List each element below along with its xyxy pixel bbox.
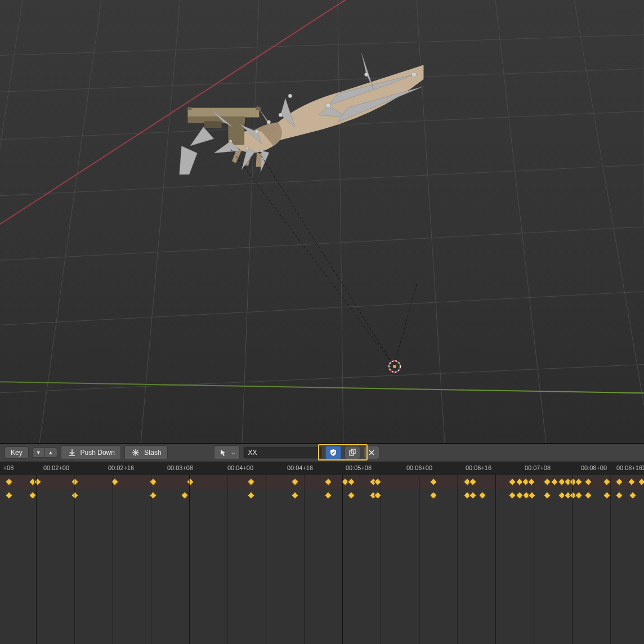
frame-line (74, 475, 75, 644)
pointer-icon (218, 448, 228, 458)
keyframe[interactable] (71, 491, 79, 499)
ruler-label: 00:06+00 (406, 464, 432, 471)
svg-line-47 (231, 149, 394, 366)
down-arrow-icon[interactable]: ▼ (32, 448, 44, 458)
keyframe[interactable] (469, 478, 477, 486)
stash-button[interactable]: Stash (124, 445, 168, 460)
time-ruler[interactable]: +0800:02+0000:02+1600:03+0800:04+0000:04… (0, 462, 644, 475)
frame-line (189, 475, 190, 644)
duplicate-action-button[interactable] (345, 446, 360, 459)
keyframe[interactable] (291, 478, 299, 486)
action-name-field[interactable]: XX (243, 446, 322, 459)
ruler-label: 00:04+00 (227, 464, 253, 471)
ruler-label: 00:03+08 (167, 464, 193, 471)
keyframe[interactable] (247, 491, 255, 499)
keyframe[interactable] (186, 478, 194, 486)
keyframe[interactable] (628, 478, 636, 486)
keyframe[interactable] (638, 478, 644, 486)
keyframe[interactable] (324, 491, 332, 499)
keyframe[interactable] (584, 478, 592, 486)
snowflake-icon (131, 448, 141, 458)
keyframe[interactable] (430, 478, 437, 486)
frame-line (113, 475, 113, 644)
keyframe[interactable] (71, 478, 79, 486)
frame-line (381, 475, 381, 644)
keyframe[interactable] (543, 491, 551, 499)
keyframe[interactable] (5, 491, 13, 499)
keyframe[interactable] (584, 491, 592, 499)
frame-line (151, 475, 151, 644)
shield-icon (328, 448, 338, 458)
frame-line (36, 475, 37, 644)
keyframe[interactable] (5, 478, 13, 486)
ruler-label: 00:02+16 (108, 464, 134, 471)
keyframe[interactable] (615, 478, 623, 486)
keyframe[interactable] (575, 491, 583, 499)
frame-line (495, 475, 496, 644)
ruler-label: 00:06+16 (466, 464, 491, 471)
pushdown-icon (67, 448, 77, 458)
frame-line (534, 475, 534, 644)
keyframe[interactable] (603, 478, 611, 486)
ruler-label: 00:04+16 (287, 464, 313, 471)
up-arrow-icon[interactable]: ▲ (44, 448, 57, 458)
keyframe[interactable] (528, 491, 536, 499)
viewport-3d[interactable] (0, 0, 644, 443)
ruler-label: 00:08+16 (616, 464, 642, 471)
duplicate-icon (347, 448, 357, 458)
frame-line (227, 475, 228, 644)
constraint-lines (0, 0, 644, 443)
keyframe[interactable] (247, 478, 255, 486)
svg-line-49 (394, 284, 417, 366)
keyframe[interactable] (291, 491, 299, 499)
keyframe[interactable] (181, 491, 189, 499)
frame-line (572, 475, 573, 644)
keyframe[interactable] (34, 478, 42, 486)
frame-line (304, 475, 305, 644)
frame-line (457, 475, 458, 644)
dopesheet-summary-row[interactable] (0, 475, 644, 489)
keyframe[interactable] (469, 491, 477, 499)
keyframe[interactable] (29, 491, 37, 499)
keyframe[interactable] (575, 478, 583, 486)
frame-line (266, 475, 266, 644)
keyframe[interactable] (324, 478, 332, 486)
unlink-action-button[interactable] (364, 446, 379, 459)
frame-line (610, 475, 611, 644)
ruler-label: 00:08+00 (581, 464, 607, 471)
keyframe[interactable] (430, 491, 437, 499)
keyframe[interactable] (347, 478, 355, 486)
keyframe[interactable] (347, 491, 355, 499)
fake-user-toggle[interactable] (325, 446, 341, 459)
dopesheet-header: Key ▼ ▲ Push Down Stash ⌄ XX (0, 444, 644, 462)
ruler-label: 00:02+00 (43, 464, 69, 471)
frame-line (419, 475, 419, 644)
keyframe[interactable] (615, 491, 623, 499)
dopesheet-row[interactable] (0, 489, 644, 502)
ruler-label: +08 (3, 464, 14, 471)
svg-line-48 (259, 152, 394, 366)
keyframe[interactable] (629, 491, 637, 499)
keyframe[interactable] (603, 491, 611, 499)
push-down-button[interactable]: Push Down (61, 445, 121, 460)
ruler-label: 00:07+08 (525, 464, 551, 471)
chevron-down-icon: ⌄ (231, 450, 236, 455)
frame-line (342, 475, 343, 644)
dopesheet[interactable] (0, 475, 644, 644)
key-menu[interactable]: Key (5, 446, 29, 459)
keyframe[interactable] (478, 491, 486, 499)
ruler-label: 00:05+08 (346, 464, 372, 471)
ruler-label: 0 (641, 464, 644, 471)
action-browse-button[interactable]: ⌄ (214, 445, 240, 460)
close-icon (366, 448, 377, 458)
